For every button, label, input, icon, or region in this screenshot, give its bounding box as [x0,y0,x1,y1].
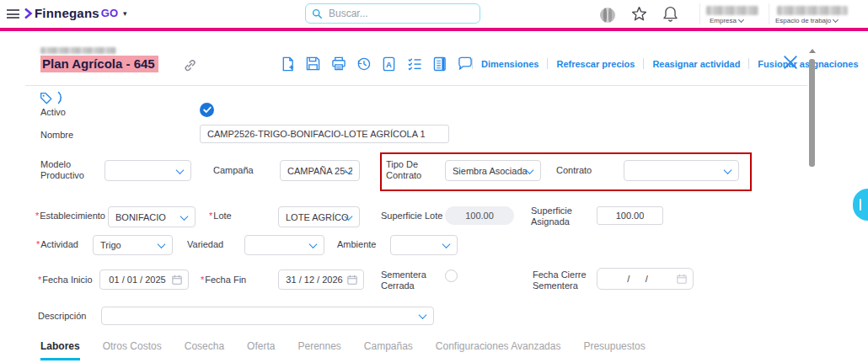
fecha-fin-input[interactable]: 31 / 12 / 2026 [278,270,364,290]
chevron-down-icon [738,17,744,23]
chevron-down-icon [833,17,839,23]
header-divider [769,3,769,24]
scrollbar-up-arrow[interactable] [809,49,816,53]
scrollbar-thumb[interactable] [809,59,815,167]
campana-select[interactable]: CAMPAÑA 25-2 [280,160,360,181]
chevron-down-icon [419,311,427,319]
chevron-down-icon [180,212,189,221]
app-logo[interactable]: Finnegans GO ▾ [24,6,127,20]
superficie-lote-input: 100.00 [445,206,514,225]
variedad-select[interactable] [244,235,324,255]
activo-label: Activo [40,107,66,118]
calendar-icon[interactable] [347,275,357,285]
svg-text:A: A [386,59,392,68]
checklist-icon[interactable] [406,56,422,72]
fusionar-asignaciones-link[interactable]: Fusionar asignaciones [758,59,858,69]
tab-campanas[interactable]: Campañas [364,340,413,360]
refrescar-precios-link[interactable]: Refrescar precios [556,59,635,69]
ambiente-label: Ambiente [337,239,376,250]
title-divider [25,85,807,86]
side-panel-toggle[interactable] [853,189,868,221]
export-pdf-icon[interactable]: A [381,56,397,72]
descripcion-label: Descripción [38,311,86,322]
company-selector-label: Empresa [710,17,737,24]
modelo-productivo-label: Modelo Productivo [40,159,93,181]
menu-icon[interactable] [7,9,19,19]
modelo-productivo-select[interactable] [104,160,191,181]
tab-labores[interactable]: Labores [40,340,80,360]
tipo-contrato-select[interactable]: Siembra Asociada [445,160,541,181]
chevron-down-icon [176,166,185,174]
history-icon[interactable] [356,56,372,72]
print-icon[interactable] [330,56,346,72]
brand-name: Finnegans [35,6,99,20]
close-icon[interactable] [784,56,797,69]
expand-icon[interactable] [57,91,64,104]
link-icon[interactable] [183,58,197,72]
tag-icon[interactable] [40,92,52,104]
fecha-cierre-label: Fecha Cierre Sementera [533,270,592,291]
page-title: Plan Agrícola - 645 [40,56,158,72]
tab-perennes[interactable]: Perennes [297,340,340,360]
establecimiento-label: *Establecimiento [35,211,105,222]
action-separator [643,58,644,69]
search-icon [312,8,323,19]
calendar-icon[interactable] [677,274,687,284]
ambiente-select[interactable] [390,235,458,255]
tab-cosecha[interactable]: Cosecha [185,340,224,360]
fecha-cierre-input[interactable]: / / [597,268,694,290]
org-sphere-icon[interactable] [599,7,616,24]
action-separator [547,58,548,69]
lote-label: *Lote [209,211,232,222]
tab-otros-costos[interactable]: Otros Costos [103,340,162,360]
superficie-lote-label: Superficie Lote [381,211,442,222]
logo-chevron-icon [24,8,33,19]
comments-icon[interactable] [457,56,473,72]
nombre-label: Nombre [40,130,73,141]
new-document-icon[interactable] [280,56,296,72]
chevron-down-icon [442,240,451,248]
global-search[interactable] [305,3,480,24]
action-separator [472,58,473,69]
redacted-breadcrumb [40,47,116,54]
activo-checkbox[interactable] [200,103,214,117]
workspace-selector-label: Espacio de trabajo [775,17,831,24]
dimensiones-link[interactable]: Dimensiones [481,59,538,69]
handle-icon [860,199,861,211]
tipo-contrato-label: Tipo De Contrato [386,159,435,181]
descripcion-select[interactable] [101,307,434,325]
superficie-asignada-label: Superficie Asignada [531,206,585,227]
calendar-icon[interactable] [172,275,182,285]
brand-accent-bar [0,28,868,31]
fecha-fin-label: *Fecha Fin [201,275,246,286]
contrato-select[interactable] [624,160,739,181]
search-input[interactable] [327,7,465,20]
check-icon [203,106,212,114]
variedad-label: Variedad [187,239,223,250]
nombre-input[interactable]: CAMP2526-TRIGO-BONIFACIO-LOTE AGRÍCOLA 1 [200,125,449,143]
star-icon[interactable] [630,5,648,23]
chevron-down-icon [309,240,318,248]
sementera-cerrada-label: Sementera Cerrada [381,270,433,291]
reasignar-actividad-link[interactable]: Reasignar actividad [652,59,740,69]
sementera-cerrada-checkbox[interactable] [445,270,458,282]
actividad-label: *Actividad [36,239,78,250]
campana-label: Campaña [213,165,254,176]
tab-oferta[interactable]: Oferta [247,340,275,360]
top-bar: Finnegans GO ▾ Empresa Espacio de t [0,0,868,28]
redacted-workspace-name [777,6,848,15]
save-icon[interactable] [305,56,321,72]
redacted-company-name [706,6,758,15]
establecimiento-select[interactable]: BONIFACIO [108,206,196,227]
tab-presupuestos[interactable]: Presupuestos [583,340,645,360]
lote-select[interactable]: LOTE AGRÍCO [278,206,360,227]
actividad-select[interactable]: Trigo [93,235,173,255]
chevron-down-icon [158,240,166,248]
report-icon[interactable] [431,56,447,72]
chevron-down-icon: ▾ [123,9,127,18]
fecha-inicio-input[interactable]: 01 / 01 / 2025 [99,270,189,290]
superficie-asignada-input[interactable]: 100.00 [597,206,663,225]
tab-configuraciones-avanzadas[interactable]: Configuraciones Avanzadas [436,340,561,360]
chevron-down-icon [724,166,732,174]
bell-icon[interactable] [662,5,678,23]
